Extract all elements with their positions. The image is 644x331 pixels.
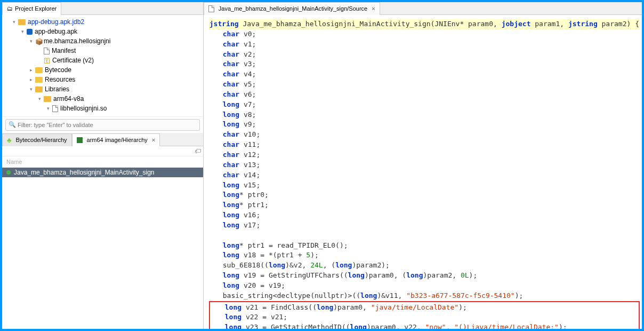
xml-icon bbox=[44, 48, 50, 54]
folder-icon bbox=[35, 67, 43, 73]
chevron-down-icon: ▾ bbox=[30, 86, 35, 92]
apk-icon bbox=[27, 29, 33, 35]
tree-package[interactable]: ▾📦me.bhamza.hellosignjni bbox=[2, 36, 203, 46]
tree-root[interactable]: ▾app-debug.apk.jdb2 bbox=[2, 17, 203, 27]
chevron-down-icon: ▾ bbox=[21, 29, 27, 34]
chevron-right-icon: ▸ bbox=[30, 77, 35, 82]
chevron-down-icon: ▾ bbox=[13, 19, 18, 25]
filter-input[interactable] bbox=[5, 119, 200, 131]
chevron-down-icon: ▾ bbox=[38, 96, 44, 101]
binary-icon bbox=[52, 105, 58, 112]
selected-function-row[interactable]: Java_me_bhamza_hellosignjni_MainActivity… bbox=[2, 168, 203, 177]
chevron-right-icon: ▸ bbox=[30, 67, 35, 73]
arm64-hierarchy-tab[interactable]: arm64 image/Hierarchy × bbox=[72, 133, 160, 146]
search-icon: 🔍 bbox=[9, 121, 16, 128]
package-icon: 📦 bbox=[35, 38, 42, 44]
tree-so-file[interactable]: ▾libhellosignjni.so bbox=[2, 104, 203, 113]
folder-tree-icon: 🗂 bbox=[7, 5, 13, 12]
name-column-header: Name bbox=[2, 156, 203, 168]
tree-abi[interactable]: ▾arm64-v8a bbox=[2, 94, 203, 104]
highlighted-code-block: long v21 = FindClass((long)param0, "java… bbox=[209, 301, 640, 329]
tree-resources[interactable]: ▸Resources bbox=[2, 75, 203, 84]
project-icon bbox=[18, 19, 26, 25]
project-explorer-panel: 🗂 Project Explorer ▾app-debug.apk.jdb2 ▾… bbox=[2, 2, 204, 329]
project-tree[interactable]: ▾app-debug.apk.jdb2 ▾app-debug.apk ▾📦me.… bbox=[2, 15, 203, 116]
folder-icon bbox=[35, 77, 43, 83]
code-editor-panel: Java_me_bhamza_hellosignjni_MainActivity… bbox=[204, 2, 642, 329]
close-icon[interactable]: × bbox=[372, 5, 375, 12]
chip-icon bbox=[77, 137, 83, 143]
key-icon: ⚿ bbox=[44, 57, 50, 64]
tree-manifest[interactable]: Manifest bbox=[2, 46, 203, 56]
method-icon bbox=[6, 170, 11, 175]
bytecode-hierarchy-tab[interactable]: ♣ Bytecode/Hierarchy bbox=[2, 133, 72, 146]
project-explorer-tab-label: Project Explorer bbox=[15, 5, 57, 12]
tree-libraries[interactable]: ▾Libraries bbox=[2, 84, 203, 94]
code-area[interactable]: jstring Java_me_bhamza_hellosignjni_Main… bbox=[204, 15, 642, 329]
close-icon[interactable]: × bbox=[152, 137, 155, 143]
view-mode-icon[interactable]: 🏷 bbox=[195, 147, 201, 155]
project-explorer-tab[interactable]: 🗂 Project Explorer bbox=[2, 2, 61, 15]
android-icon: ♣ bbox=[7, 136, 12, 144]
source-file-icon bbox=[208, 5, 214, 12]
folder-icon bbox=[44, 96, 51, 102]
chevron-down-icon: ▾ bbox=[47, 106, 52, 111]
folder-icon bbox=[35, 86, 43, 92]
source-tab[interactable]: Java_me_bhamza_hellosignjni_MainActivity… bbox=[204, 2, 380, 15]
tree-apk[interactable]: ▾app-debug.apk bbox=[2, 27, 203, 36]
chevron-down-icon: ▾ bbox=[30, 38, 35, 44]
tree-certificate[interactable]: ⚿Certificate (v2) bbox=[2, 56, 203, 65]
tree-bytecode[interactable]: ▸Bytecode bbox=[2, 65, 203, 75]
